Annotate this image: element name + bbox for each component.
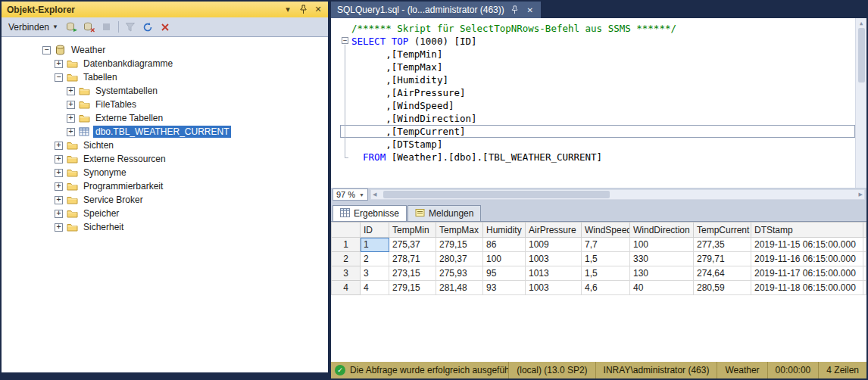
cell[interactable]: 273,15 <box>389 266 436 281</box>
row-header[interactable]: 2 <box>332 252 361 266</box>
connect-database-icon[interactable] <box>64 19 80 36</box>
cell[interactable]: 40 <box>630 281 694 295</box>
tab-sqlquery1[interactable]: SQLQuery1.sql - (lo...administrator (463… <box>331 2 541 18</box>
cell[interactable]: 100 <box>630 238 694 252</box>
sql-editor[interactable]: /****** Skript für SelectTopNRows-Befehl… <box>331 18 866 188</box>
cell[interactable]: 7,7 <box>582 238 630 252</box>
connect-button[interactable]: Verbinden ▼ <box>4 20 63 35</box>
tree-item-externe-tabellen[interactable]: +Externe Tabellen <box>2 111 328 125</box>
cell[interactable]: 93 <box>483 281 526 295</box>
cell[interactable]: 280,59 <box>694 281 751 295</box>
tree-item-sicherheit[interactable]: +Sicherheit <box>2 220 328 234</box>
cell[interactable]: 4 <box>361 281 389 295</box>
delete-icon[interactable] <box>157 19 173 36</box>
cell[interactable]: 1,5 <box>582 266 630 281</box>
cell[interactable]: 1 <box>361 238 389 252</box>
collapse-icon[interactable]: − <box>55 73 63 82</box>
zoom-selector[interactable]: 97 % ▼ <box>333 188 368 201</box>
cell[interactable]: 279,71 <box>694 252 751 266</box>
cell[interactable]: 2 <box>361 252 389 266</box>
cell[interactable]: 1,5 <box>582 252 630 266</box>
tab-ergebnisse[interactable]: Ergebnisse <box>333 205 407 221</box>
cell[interactable]: 280,37 <box>436 252 483 266</box>
cell[interactable]: 278,71 <box>389 252 436 266</box>
tab-meldungen[interactable]: Meldungen <box>407 205 481 221</box>
disconnect-database-icon[interactable] <box>81 19 98 36</box>
row-header[interactable]: 1 <box>332 238 361 252</box>
scrollbar-thumb[interactable] <box>858 28 865 83</box>
cell[interactable]: 95 <box>483 266 526 281</box>
window-menu-chevron-icon[interactable]: ▾ <box>282 4 294 16</box>
scroll-up-icon[interactable]: ▲ <box>860 18 863 28</box>
expand-icon[interactable]: + <box>67 87 75 95</box>
expand-icon[interactable]: + <box>55 169 63 177</box>
tree-item-programmierbarkeit[interactable]: +Programmierbarkeit <box>2 179 328 193</box>
cell[interactable]: 4,6 <box>582 281 630 295</box>
cell[interactable]: 274,64 <box>694 266 751 281</box>
cell[interactable]: 330 <box>630 252 694 266</box>
cell[interactable]: 1003 <box>526 252 582 266</box>
column-header-winddirection[interactable]: WindDirection <box>630 223 694 238</box>
pin-icon[interactable] <box>297 4 309 16</box>
column-header-id[interactable]: ID <box>361 223 389 238</box>
cell[interactable]: 2019-11-15 06:15:00.000 <box>751 238 863 252</box>
expand-icon[interactable]: + <box>67 101 75 109</box>
expand-icon[interactable]: + <box>55 223 63 232</box>
cell[interactable]: 277,35 <box>694 238 751 252</box>
filter-icon[interactable] <box>122 19 139 36</box>
cell[interactable]: 130 <box>630 266 694 281</box>
column-header-airpressure[interactable]: AirPressure <box>526 223 582 238</box>
row-header[interactable]: 4 <box>332 281 361 295</box>
column-header-tempcurrent[interactable]: TempCurrent <box>694 223 751 238</box>
column-header-dtstamp[interactable]: DTStamp <box>751 223 863 238</box>
expand-icon[interactable]: + <box>55 182 63 191</box>
tree-item-filetables[interactable]: +FileTables <box>2 98 328 111</box>
tree-item-systemtabellen[interactable]: +Systemtabellen <box>2 84 328 98</box>
tree-item-speicher[interactable]: +Speicher <box>2 207 328 220</box>
fold-margin[interactable]: − <box>340 35 351 48</box>
cell[interactable]: 279,15 <box>389 281 436 295</box>
scroll-right-icon[interactable]: ▶ <box>859 192 863 198</box>
expand-icon[interactable]: + <box>55 60 63 68</box>
cell[interactable]: 100 <box>483 252 526 266</box>
tree-item-dbo-tbl-weather-current[interactable]: +dbo.TBL_WEATHER_CURRENT <box>2 125 328 139</box>
pin-icon[interactable] <box>510 5 520 14</box>
column-header-humidity[interactable]: Humidity <box>483 223 526 238</box>
stop-icon[interactable] <box>98 19 115 36</box>
tree-item-sichten[interactable]: +Sichten <box>2 139 328 152</box>
cell[interactable]: 2019-11-17 06:15:00.000 <box>751 266 863 281</box>
scroll-left-icon[interactable]: ◀ <box>373 192 376 198</box>
collapse-icon[interactable]: − <box>42 46 51 55</box>
expand-icon[interactable]: + <box>55 210 63 218</box>
cell[interactable]: 281,48 <box>436 281 483 295</box>
tree-item-weather[interactable]: −Weather <box>2 43 328 57</box>
refresh-icon[interactable] <box>139 19 156 36</box>
cell[interactable]: 2019-11-16 06:15:00.000 <box>751 252 863 266</box>
column-header-windspeed[interactable]: WindSpeed <box>582 223 630 238</box>
cell[interactable]: 2019-11-18 06:15:00.000 <box>751 281 863 295</box>
row-header[interactable]: 3 <box>332 266 361 281</box>
editor-vertical-scrollbar[interactable]: ▲ <box>855 18 866 188</box>
status-database[interactable]: Weather <box>717 362 767 378</box>
close-icon[interactable]: ✕ <box>312 4 324 16</box>
tree-item-datenbankdiagramme[interactable]: +Datenbankdiagramme <box>2 57 328 70</box>
grid-corner-cell[interactable] <box>332 223 361 238</box>
collapse-region-icon[interactable]: − <box>342 37 348 44</box>
tree-item-tabellen[interactable]: −Tabellen <box>2 70 328 84</box>
expand-icon[interactable]: + <box>55 196 63 204</box>
cell[interactable]: 1009 <box>526 238 582 252</box>
sql-code[interactable]: /****** Skript für SelectTopNRows-Befehl… <box>340 18 855 188</box>
expand-icon[interactable]: + <box>67 114 75 123</box>
tree-item-service-broker[interactable]: +Service Broker <box>2 193 328 207</box>
cell[interactable]: 1003 <box>526 281 582 295</box>
cell[interactable]: 279,15 <box>436 238 483 252</box>
expand-icon[interactable]: + <box>55 155 63 164</box>
cell[interactable]: 275,37 <box>389 238 436 252</box>
expand-icon[interactable]: + <box>55 142 63 150</box>
cell[interactable]: 1013 <box>526 266 582 281</box>
cell[interactable]: 275,93 <box>436 266 483 281</box>
scrollbar-thumb[interactable] <box>383 191 610 198</box>
tree-item-externe-ressourcen[interactable]: +Externe Ressourcen <box>2 152 328 166</box>
cell[interactable]: 86 <box>483 238 526 252</box>
column-header-tempmin[interactable]: TempMin <box>389 223 436 238</box>
